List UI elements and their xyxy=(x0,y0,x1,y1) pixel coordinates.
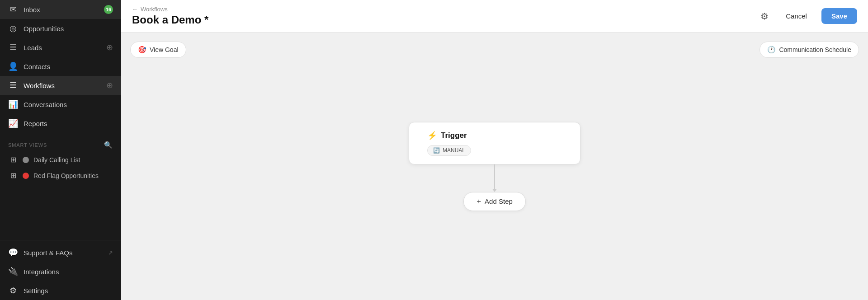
support-label: Support & FAQs xyxy=(24,249,103,257)
smart-view-red-flag[interactable]: ⊞ Red Flag Opportunities xyxy=(0,168,121,183)
daily-calling-label: Daily Calling List xyxy=(33,156,80,164)
trigger-header: ⚡ Trigger xyxy=(427,131,562,141)
red-flag-dot xyxy=(23,173,29,179)
conversations-icon: 📊 xyxy=(8,99,18,109)
leads-icon: ☰ xyxy=(8,42,18,52)
topbar: ← Workflows Book a Demo * ⚙ Cancel Save xyxy=(121,0,868,33)
topbar-right: ⚙ Cancel Save xyxy=(758,8,857,24)
daily-calling-grid-icon: ⊞ xyxy=(8,155,18,164)
sidebar-item-conversations[interactable]: 📊 Conversations xyxy=(0,95,121,114)
sidebar-item-leads[interactable]: ☰ Leads ⊕ xyxy=(0,38,121,57)
reports-icon: 📈 xyxy=(8,118,18,128)
sidebar-item-contacts[interactable]: 👤 Contacts xyxy=(0,57,121,76)
contacts-icon: 👤 xyxy=(8,61,18,71)
sidebar-item-reports[interactable]: 📈 Reports xyxy=(0,114,121,133)
integrations-icon: 🔌 xyxy=(8,267,18,277)
workflow-canvas: ⚡ Trigger 🔄 MANUAL + Add Step xyxy=(121,33,868,300)
sidebar-item-support[interactable]: 💬 Support & FAQs ↗ xyxy=(0,243,121,262)
leads-label: Leads xyxy=(24,44,101,52)
workflows-label: Workflows xyxy=(24,82,101,89)
cancel-button[interactable]: Cancel xyxy=(778,9,814,23)
inbox-badge: 16 xyxy=(104,5,113,14)
red-flag-grid-icon: ⊞ xyxy=(8,171,18,180)
contacts-label: Contacts xyxy=(24,63,113,70)
leads-add-icon[interactable]: ⊕ xyxy=(106,42,113,52)
add-step-plus-icon: + xyxy=(476,197,481,206)
sidebar-item-settings[interactable]: ⚙ Settings xyxy=(0,281,121,300)
support-external-icon: ↗ xyxy=(108,249,113,256)
sidebar-item-opportunities[interactable]: ◎ Opportunities xyxy=(0,19,121,38)
smart-views-section: SMART VIEWS 🔍 xyxy=(0,133,121,152)
add-step-label: Add Step xyxy=(485,197,513,205)
trigger-label: Trigger xyxy=(441,131,467,140)
sidebar-item-inbox[interactable]: ✉ Inbox 16 xyxy=(0,0,121,19)
topbar-left: ← Workflows Book a Demo * xyxy=(132,6,208,26)
manual-icon: 🔄 xyxy=(433,147,440,154)
daily-calling-dot xyxy=(23,157,29,163)
inbox-label: Inbox xyxy=(24,6,99,14)
trigger-lightning-icon: ⚡ xyxy=(427,131,437,141)
add-step-button[interactable]: + Add Step xyxy=(463,192,526,211)
smart-views-search-icon[interactable]: 🔍 xyxy=(104,141,113,149)
breadcrumb: ← Workflows xyxy=(132,6,208,13)
support-icon: 💬 xyxy=(8,248,18,258)
manual-label: MANUAL xyxy=(443,147,465,154)
opportunities-icon: ◎ xyxy=(8,23,18,33)
main-content: ← Workflows Book a Demo * ⚙ Cancel Save … xyxy=(121,0,868,300)
sidebar: ✉ Inbox 16 ◎ Opportunities ☰ Leads ⊕ 👤 C… xyxy=(0,0,121,300)
trigger-node[interactable]: ⚡ Trigger 🔄 MANUAL xyxy=(409,122,580,164)
page-title: Book a Demo * xyxy=(132,14,208,26)
sidebar-item-workflows[interactable]: ☰ Workflows ⊕ xyxy=(0,76,121,95)
settings-label: Settings xyxy=(24,287,113,295)
integrations-label: Integrations xyxy=(24,268,113,276)
smart-view-daily-calling[interactable]: ⊞ Daily Calling List xyxy=(0,152,121,168)
smart-views-label: SMART VIEWS xyxy=(8,142,47,148)
opportunities-label: Opportunities xyxy=(24,25,113,33)
conversations-label: Conversations xyxy=(24,101,113,108)
workflows-add-icon[interactable]: ⊕ xyxy=(106,80,113,90)
save-button[interactable]: Save xyxy=(821,8,857,24)
workflows-icon: ☰ xyxy=(8,80,18,90)
reports-label: Reports xyxy=(24,120,113,127)
inbox-icon: ✉ xyxy=(8,5,18,14)
red-flag-label: Red Flag Opportunities xyxy=(33,172,99,179)
breadcrumb-label[interactable]: Workflows xyxy=(141,6,168,13)
breadcrumb-arrow-icon: ← xyxy=(132,6,138,13)
settings-gear-button[interactable]: ⚙ xyxy=(758,8,771,24)
sidebar-item-integrations[interactable]: 🔌 Integrations xyxy=(0,262,121,281)
connector-line xyxy=(494,164,495,189)
canvas-area: 🎯 View Goal 🕐 Communication Schedule ⚡ T… xyxy=(121,33,868,300)
settings-icon: ⚙ xyxy=(8,286,18,295)
trigger-manual-badge: 🔄 MANUAL xyxy=(427,145,471,156)
